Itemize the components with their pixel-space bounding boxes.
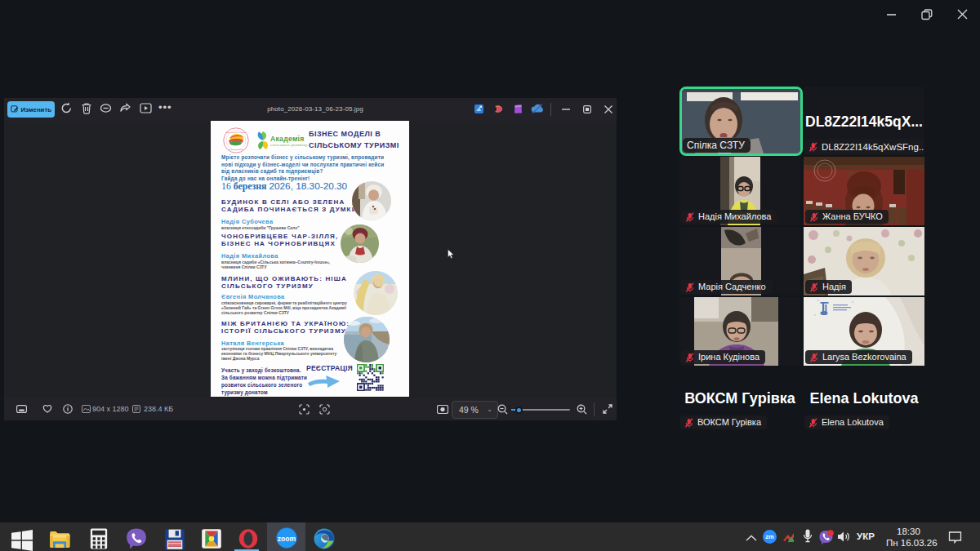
svg-text:zoom: zoom	[278, 535, 296, 543]
svg-text:зеленого туризму: зеленого туризму	[229, 149, 244, 150]
svg-text:спілка сприяння розвитку: спілка сприяння розвитку	[225, 131, 247, 133]
